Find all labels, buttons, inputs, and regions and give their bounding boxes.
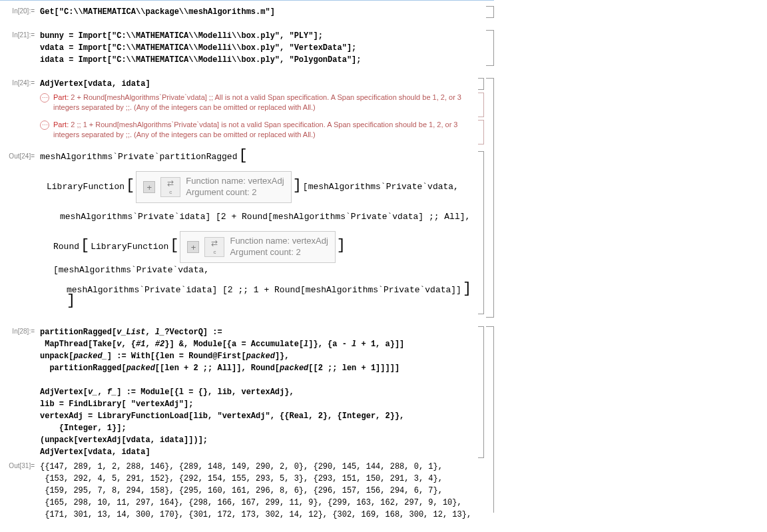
output-text: Round [53,241,79,253]
error-icon[interactable]: ⋯ [40,93,49,103]
cell-bracket[interactable] [478,78,484,90]
notebook-panel: In[20]:= Get["C:\\MATHEMATICA\\package\\… [0,0,494,526]
error-text: Part: 2 + Round[meshAlgorithms`Private`v… [53,93,478,113]
cell-bracket[interactable] [478,93,484,117]
library-icon: ⇄c [160,177,180,197]
expand-button[interactable]: + [187,241,199,253]
output-cell-24: Out[24]= meshAlgorithms`Private`partitio… [0,151,494,315]
output-line: meshAlgorithms`Private`idata] [2 + Round… [40,211,478,223]
output-text: LibraryFunction [91,241,168,253]
cell-bracket-group[interactable] [478,151,486,315]
output-content[interactable]: {{147, 289, 1, 2, 288, 146}, {289, 148, … [40,461,478,521]
input-cell-24[interactable]: In[24]:= AdjVertex[vdata, idata] [0,78,494,90]
cell-label: In[24]:= [0,78,40,90]
bracket-icon: [ [126,181,134,190]
arrows-icon: ⇄ [167,178,174,189]
cell-code[interactable]: partitionRagged[v_List, l_?VectorQ] := M… [40,326,478,458]
c-label: c [169,188,172,196]
library-function-summary[interactable]: + ⇄c Function name: vertexAdj Argument c… [180,231,335,263]
output-line: {171, 301, 13, 14, 300, 170}, {301, 172,… [40,509,478,521]
cell-bracket-group[interactable] [486,6,494,18]
cell-content: ⋯ Part: 2 + Round[meshAlgorithms`Private… [40,93,478,117]
cell-bracket-group[interactable] [478,93,486,117]
cell-group-bracket[interactable] [486,326,494,458]
output-text: [meshAlgorithms`Private`vdata, [53,264,209,276]
function-name: Function name: vertexAdj [186,176,284,187]
argument-count: Argument count: 2 [230,247,328,258]
cell-label: In[21]:= [0,30,40,66]
output-line: {153, 292, 4, 5, 291, 152}, {292, 154, 1… [40,473,478,485]
cell-code[interactable]: Get["C:\\MATHEMATICA\\package\\meshAlgor… [40,6,486,18]
expand-button[interactable]: + [143,181,155,193]
code-line: MapThread[Take[v, {#1, #2}] &, Module[{a… [40,338,478,350]
bracket-icon: ] [463,284,471,293]
cell-code[interactable]: bunny = Import["C:\\MATHEMATICA\\Modelli… [40,30,486,66]
cell-bracket[interactable] [478,120,484,144]
cell-content: ⋯ Part: 2 ;; 1 + Round[meshAlgorithms`Pr… [40,120,478,144]
cell-bracket-group[interactable] [478,78,486,90]
cell-bracket[interactable] [478,326,484,458]
code-line: unpack[packed_] := With[{len = Round@Fir… [40,350,478,362]
bracket-icon: [ [81,241,89,250]
function-name: Function name: vertexAdj [230,236,328,247]
code-line: AdjVertex[vdata, idata] [40,446,478,458]
output-text: meshAlgorithms`Private`idata] [2 ;; 1 + … [67,284,461,296]
error-tag: Part: [53,93,69,101]
code-line: idata = Import["C:\\MATHEMATICA\\Modelli… [40,54,486,66]
code-line: AdjVertex[vdata, idata] [40,78,478,90]
error-tag: Part: [53,121,69,129]
library-meta: Function name: vertexAdj Argument count:… [230,236,328,258]
output-line: {{147, 289, 1, 2, 288, 146}, {289, 148, … [40,461,478,473]
input-cell-28[interactable]: In[28]:= partitionRagged[v_List, l_?Vect… [0,326,494,458]
output-text: [meshAlgorithms`Private`vdata, [303,181,459,193]
error-message: ⋯ Part: 2 + Round[meshAlgorithms`Private… [40,93,478,113]
error-icon[interactable]: ⋯ [40,121,49,130]
output-text: meshAlgorithms`Private`idata] [2 + Round… [60,211,470,223]
bracket-icon: ] [293,181,302,190]
cell-label [0,120,40,144]
code-line: (unpack[vertexAdj[vdata, idata]])]; [40,434,478,446]
cell-bracket-group[interactable] [478,120,486,144]
code-line: {Integer, 1}]; [40,422,478,434]
cell-label [0,93,40,117]
error-body: 2 + Round[meshAlgorithms`Private`vdata] … [53,93,461,111]
cell-group-bracket[interactable] [486,78,494,90]
cell-label: Out[31]= [0,461,40,521]
output-content[interactable]: meshAlgorithms`Private`partitionRagged[ … [40,151,478,315]
input-cell-21[interactable]: In[21]:= bunny = Import["C:\\MATHEMATICA… [0,30,494,66]
code-line: lib = FindLibrary[ "vertexAdj"]; [40,398,478,410]
output-line: meshAlgorithms`Private`partitionRagged[ [40,151,478,163]
cell-bracket[interactable] [478,151,484,315]
error-message: ⋯ Part: 2 ;; 1 + Round[meshAlgorithms`Pr… [40,120,478,140]
bracket-icon: [ [170,241,178,250]
cell-bracket[interactable] [486,6,494,18]
output-line: meshAlgorithms`Private`idata] [2 ;; 1 + … [40,284,478,306]
input-cell-20[interactable]: In[20]:= Get["C:\\MATHEMATICA\\package\\… [0,6,494,18]
code-line: partitionRagged[v_List, l_?VectorQ] := [40,326,478,338]
argument-count: Argument count: 2 [186,187,284,198]
bracket-icon: ] [337,241,346,250]
cell-bracket[interactable] [486,326,494,513]
code-line: vertexAdj = LibraryFunctionLoad[lib, "ve… [40,410,478,422]
cell-bracket-group[interactable] [486,30,494,66]
code-line: AdjVertex[v_, f_] := Module[{l = {}, lib… [40,386,478,398]
output-cell-31: Out[31]= {{147, 289, 1, 2, 288, 146}, {2… [0,461,494,521]
cell-bracket[interactable] [486,78,494,318]
error-body: 2 ;; 1 + Round[meshAlgorithms`Private`vd… [53,121,457,138]
output-text: LibraryFunction [47,181,125,193]
library-icon: ⇄c [204,237,224,257]
output-line: LibraryFunction[ + ⇄c Function name: ver… [40,171,478,203]
library-function-summary[interactable]: + ⇄c Function name: vertexAdj Argument c… [136,171,291,203]
bracket-icon: ] [67,296,75,305]
cell-bracket[interactable] [486,30,494,66]
bracket-icon: [ [238,151,247,160]
output-text: meshAlgorithms`Private`partitionRagged [40,151,237,163]
output-line: Round[ LibraryFunction[ + ⇄c Function na… [40,231,478,276]
cell-code[interactable]: AdjVertex[vdata, idata] [40,78,478,90]
cell-bracket-group[interactable] [478,326,486,458]
code-line: bunny = Import["C:\\MATHEMATICA\\Modelli… [40,30,486,42]
cell-label: In[28]:= [0,326,40,458]
arrows-icon: ⇄ [211,238,218,249]
message-cell: ⋯ Part: 2 ;; 1 + Round[meshAlgorithms`Pr… [0,120,494,144]
code-line [40,374,478,386]
